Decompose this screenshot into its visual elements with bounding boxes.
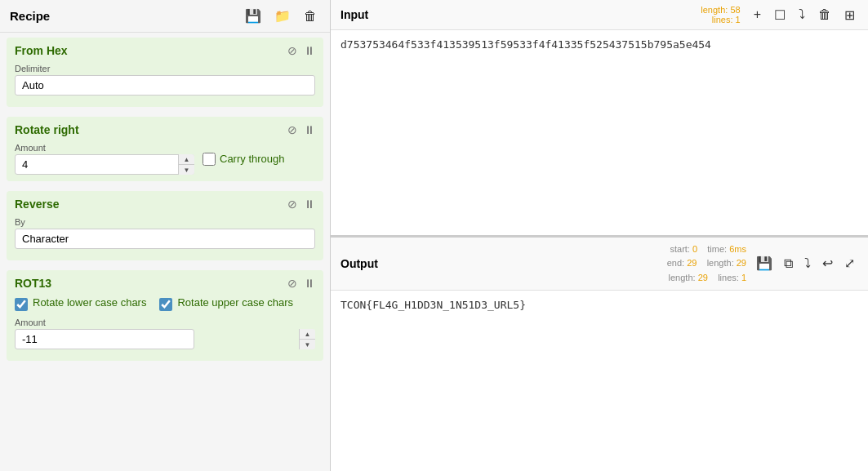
recipe-trash-button[interactable]: 🗑 [300,7,320,25]
rotate-right-row: Amount ▲ ▼ Carry through [15,143,315,175]
rot13-lowercase-label[interactable]: Rotate lower case chars [15,296,146,311]
rot13-uppercase-text: Rotate upper case chars [177,296,293,310]
op-rotate-right-controls: ⊘ ⏸ [287,123,315,136]
op-rotate-right-header: Rotate right ⊘ ⏸ [15,123,315,136]
input-clear-button[interactable]: ☐ [771,6,789,24]
op-from-hex-header: From Hex ⊘ ⏸ [15,44,315,57]
from-hex-delimiter-group: Delimiter [15,64,315,96]
output-end-row: end: 29 length: 29 [667,258,746,268]
input-lines-label: lines: [712,15,733,24]
recipe-save-button[interactable]: 💾 [242,7,265,25]
recipe-header-icons: 💾 📁 🗑 [242,7,320,25]
rot13-amount-label: Amount [15,318,315,327]
operation-rot13: ROT13 ⊘ ⏸ Rotate lower case chars Rotate… [7,270,323,361]
op-rot13-disable[interactable]: ⊘ [287,277,297,290]
op-reverse-disable[interactable]: ⊘ [287,198,297,211]
input-content[interactable]: d753753464f533f413539513f59533f4f41335f5… [331,30,868,235]
input-length-val: 58 [730,5,740,15]
output-undo-button[interactable]: ↩ [819,254,836,273]
reverse-by-label: By [15,217,315,227]
rot13-amount-up[interactable]: ▲ [300,329,315,340]
rotate-right-amount-input[interactable] [15,154,194,175]
op-reverse-pause[interactable]: ⏸ [304,198,315,211]
from-hex-delimiter-input[interactable] [15,75,315,96]
op-reverse-controls: ⊘ ⏸ [287,198,315,211]
input-length-label: length: [701,5,728,15]
rot13-uppercase-label[interactable]: Rotate upper case chars [159,296,293,311]
rotate-right-amount-label: Amount [15,143,194,153]
op-rot13-controls: ⊘ ⏸ [287,277,315,290]
carry-through-label[interactable]: Carry through [203,153,284,166]
op-from-hex-title: From Hex [15,44,68,57]
recipe-title: Recipe [10,9,235,23]
rot13-checkboxes: Rotate lower case chars Rotate upper cas… [15,296,315,311]
input-open-button[interactable]: ⤵ [795,6,808,24]
input-section: Input length: 58 lines: 1 + ☐ ⤵ 🗑 ⊞ d753… [331,0,868,237]
rot13-amount-input[interactable] [15,329,194,349]
input-grid-button[interactable]: ⊞ [841,6,858,24]
input-header: Input length: 58 lines: 1 + ☐ ⤵ 🗑 ⊞ [331,0,868,30]
output-section: Output start: 0 time: 6ms end: 29 length… [331,237,868,472]
input-toolbar: + ☐ ⤵ 🗑 ⊞ [750,6,858,24]
output-copy-button[interactable]: ⧉ [781,255,796,273]
recipe-panel: Recipe 💾 📁 🗑 From Hex ⊘ ⏸ Delimiter Rota… [0,0,331,471]
op-rotate-right-disable[interactable]: ⊘ [287,123,297,136]
input-trash-button[interactable]: 🗑 [815,6,835,24]
op-rot13-header: ROT13 ⊘ ⏸ [15,277,315,290]
op-from-hex-controls: ⊘ ⏸ [287,44,315,57]
output-len-row: length: 29 lines: 1 [669,273,746,282]
rot13-lowercase-checkbox[interactable] [15,298,28,311]
output-start-row: start: 0 time: 6ms [670,244,746,254]
recipe-folder-button[interactable]: 📁 [271,7,294,25]
op-from-hex-pause[interactable]: ⏸ [304,44,315,57]
output-toolbar: 💾 ⧉ ⤵ ↩ ⤢ [753,254,858,273]
input-text: d753753464f533f413539513f59533f4f41335f5… [341,38,711,51]
output-expand-button[interactable]: ⤢ [841,254,858,273]
output-title: Output [341,257,667,270]
operation-reverse: Reverse ⊘ ⏸ By [7,191,323,260]
reverse-by-input[interactable] [15,229,315,249]
carry-through-checkbox[interactable] [203,153,216,166]
rotate-right-amount-spinner: ▲ ▼ [15,154,194,175]
output-header: Output start: 0 time: 6ms end: 29 length… [331,237,868,291]
rotate-right-amount-group: Amount ▲ ▼ [15,143,194,175]
rot13-amount-spinner: ▲ ▼ [15,329,315,349]
input-meta: length: 58 lines: 1 [701,5,740,24]
output-save-button[interactable]: 💾 [753,254,776,273]
op-reverse-title: Reverse [15,198,60,211]
rotate-right-spinner-btns: ▲ ▼ [178,154,194,175]
recipe-header: Recipe 💾 📁 🗑 [0,0,330,33]
input-lines-val: 1 [736,15,741,24]
output-open-button[interactable]: ⤵ [801,255,814,273]
input-title: Input [341,8,701,21]
output-meta: start: 0 time: 6ms end: 29 length: 29 le… [667,242,746,286]
output-text: TCON{FL4G_H1DD3N_1N51D3_URL5} [341,299,526,311]
carry-through-text: Carry through [220,153,284,165]
operation-rotate-right: Rotate right ⊘ ⏸ Amount ▲ ▼ Carry throu [7,117,323,181]
op-rot13-pause[interactable]: ⏸ [304,277,315,290]
op-rot13-title: ROT13 [15,277,51,290]
rot13-uppercase-checkbox[interactable] [159,298,172,311]
operation-from-hex: From Hex ⊘ ⏸ Delimiter [7,38,323,107]
rotate-right-amount-up[interactable]: ▲ [179,154,194,165]
op-reverse-header: Reverse ⊘ ⏸ [15,198,315,211]
input-add-button[interactable]: + [750,6,764,24]
from-hex-delimiter-label: Delimiter [15,64,315,73]
op-rotate-right-pause[interactable]: ⏸ [304,123,315,136]
right-panel: Input length: 58 lines: 1 + ☐ ⤵ 🗑 ⊞ d753… [331,0,868,471]
rot13-amount-group: Amount ▲ ▼ [15,318,315,349]
reverse-by-group: By [15,217,315,249]
rot13-amount-down[interactable]: ▼ [300,340,315,349]
op-rotate-right-title: Rotate right [15,123,79,136]
op-from-hex-disable[interactable]: ⊘ [287,44,297,57]
rot13-spinner-btns: ▲ ▼ [299,329,315,349]
rotate-right-amount-down[interactable]: ▼ [179,165,194,175]
rot13-lowercase-text: Rotate lower case chars [33,296,146,310]
output-content: TCON{FL4G_H1DD3N_1N51D3_URL5} [331,291,868,471]
